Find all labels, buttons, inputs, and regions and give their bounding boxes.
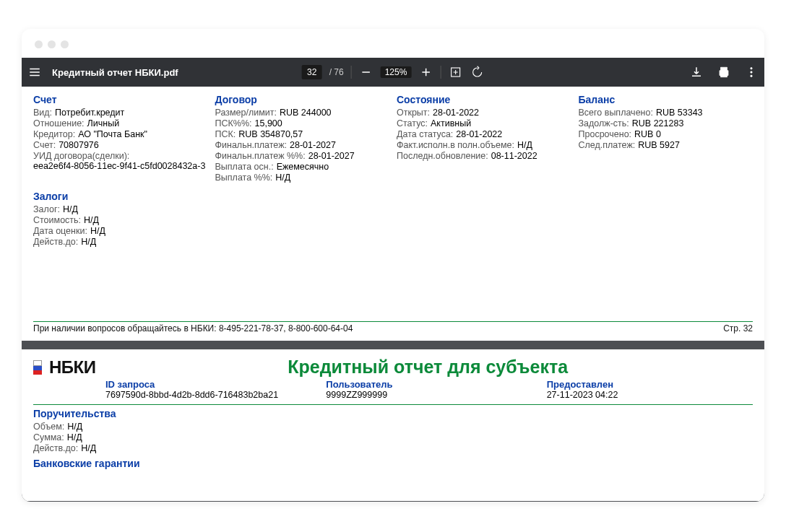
footer-page-number: Стр. 32 xyxy=(723,323,753,333)
field-value: RUB 0 xyxy=(634,129,661,139)
zoom-level[interactable]: 125% xyxy=(381,66,412,78)
pdf-viewport[interactable]: Счет Вид:Потребит.кредит Отношение:Личны… xyxy=(22,87,764,502)
window-control-maximize[interactable] xyxy=(61,40,69,48)
meta-label: Пользователь xyxy=(326,379,532,390)
field-label: УИД договора(сделки): xyxy=(33,151,129,161)
fit-page-icon[interactable] xyxy=(448,65,462,79)
divider xyxy=(33,404,753,405)
field-label: Отношение: xyxy=(33,118,85,128)
field-label: Счет: xyxy=(33,140,56,150)
field-label: Размер/лимит: xyxy=(215,108,277,118)
field-value: Потребит.кредит xyxy=(55,108,124,118)
browser-window: Кредитный отчет НБКИ.pdf / 76 125% xyxy=(22,29,764,502)
field-label: Вид: xyxy=(33,108,52,118)
field-label: ПСК: xyxy=(215,129,236,139)
section-title: Счет xyxy=(33,94,208,105)
field-value: Н/Д xyxy=(517,140,532,150)
field-value: 08-11-2022 xyxy=(491,151,537,161)
field-value: Н/Д xyxy=(67,422,82,432)
toolbar-separator xyxy=(351,66,352,79)
section-title: Договор xyxy=(215,94,390,105)
field-label: Финальн.платеж: xyxy=(215,140,288,150)
more-icon[interactable] xyxy=(744,65,759,79)
pdf-toolbar: Кредитный отчет НБКИ.pdf / 76 125% xyxy=(22,58,764,87)
print-icon[interactable] xyxy=(717,65,731,79)
section-account: Счет Вид:Потребит.кредит Отношение:Личны… xyxy=(33,94,208,183)
section-contract: Договор Размер/лимит:RUB 244000 ПСК%%:15… xyxy=(215,94,390,183)
pdf-page: НБКИ Кредитный отчет для субъекта ID зап… xyxy=(22,349,764,501)
field-label: Задолж-сть: xyxy=(579,118,629,128)
field-value: Н/Д xyxy=(63,204,78,214)
field-value: RUB 53343 xyxy=(656,108,703,118)
field-value: Н/Д xyxy=(67,432,82,442)
field-value: RUB 5927 xyxy=(638,140,680,150)
field-value: RUB 221283 xyxy=(632,118,684,128)
window-control-minimize[interactable] xyxy=(48,40,56,48)
window-control-close[interactable] xyxy=(35,40,43,48)
svg-point-2 xyxy=(751,71,752,73)
download-icon[interactable] xyxy=(689,65,704,79)
field-value: 28-01-2027 xyxy=(308,151,355,161)
page-total: / 76 xyxy=(329,67,344,77)
section-title: Состояние xyxy=(397,94,571,105)
field-label: Открыт: xyxy=(397,108,430,118)
field-label: Всего выплачено: xyxy=(579,108,653,118)
zoom-out-icon[interactable] xyxy=(359,65,373,79)
menu-icon[interactable] xyxy=(27,65,42,79)
svg-point-1 xyxy=(751,68,752,69)
nbki-logo-text: НБКИ xyxy=(49,357,95,378)
meta-label: Предоставлен xyxy=(547,379,753,390)
zoom-in-icon[interactable] xyxy=(418,65,433,79)
field-value: Н/Д xyxy=(84,215,99,225)
field-value: 15,900 xyxy=(255,118,282,128)
field-value: eea2e6f4-8056-11ec-9f41-c5fd0028432a-3 xyxy=(33,161,205,171)
field-label: Выплата осн.: xyxy=(215,162,274,172)
field-label: Залог: xyxy=(33,204,60,214)
section-guarantees: Поручительства Объем:Н/Д Сумма:Н/Д Дейст… xyxy=(33,408,753,453)
field-label: Дата статуса: xyxy=(397,129,453,139)
window-controls xyxy=(22,29,764,58)
field-value: Н/Д xyxy=(81,237,96,247)
section-state: Состояние Открыт:28-01-2022 Статус:Актив… xyxy=(397,94,571,183)
field-label: Сумма: xyxy=(33,432,64,442)
footer-contact: При наличии вопросов обращайтесь в НБКИ:… xyxy=(33,323,353,333)
nbki-logo-icon xyxy=(33,360,42,375)
field-label: Действ.до: xyxy=(33,443,78,453)
toolbar-separator xyxy=(440,66,441,79)
field-label: Факт.исполн.в полн.объеме: xyxy=(397,140,514,150)
field-value: 28-01-2027 xyxy=(290,140,336,150)
field-value: Активный xyxy=(431,118,471,128)
page-number-input[interactable] xyxy=(302,65,322,79)
field-label: Стоимость: xyxy=(33,215,81,225)
section-title: Банковские гарантии xyxy=(33,458,753,469)
field-value: Ежемесячно xyxy=(277,162,329,172)
divider xyxy=(33,321,753,322)
document-filename: Кредитный отчет НБКИ.pdf xyxy=(52,67,178,78)
field-label: Финальн.платеж %%: xyxy=(215,151,306,161)
page-gap xyxy=(22,341,764,349)
field-value: 70807976 xyxy=(59,140,99,150)
section-pledges: Залоги Залог:Н/Д Стоимость:Н/Д Дата оцен… xyxy=(33,191,207,247)
field-label: Выплата %%: xyxy=(215,173,273,183)
meta-value: 27-11-2023 04:22 xyxy=(547,390,753,400)
field-value: Н/Д xyxy=(275,173,290,183)
field-label: Статус: xyxy=(397,118,428,128)
field-label: Кредитор: xyxy=(33,129,75,139)
field-label: Просрочено: xyxy=(579,129,632,139)
field-label: След.платеж: xyxy=(579,140,636,150)
field-value: Личный xyxy=(87,118,120,128)
meta-value: 9999ZZ999999 xyxy=(326,390,532,400)
report-title: Кредитный отчет для субъекта xyxy=(103,357,753,378)
rotate-icon[interactable] xyxy=(470,65,484,79)
section-balance: Баланс Всего выплачено:RUB 53343 Задолж-… xyxy=(579,94,753,183)
field-label: Последн.обновление: xyxy=(397,151,488,161)
field-value: Н/Д xyxy=(81,443,96,453)
field-label: Дата оценки: xyxy=(33,226,87,236)
field-value: 28-01-2022 xyxy=(456,129,502,139)
field-value: 28-01-2022 xyxy=(433,108,479,118)
field-label: Действ.до: xyxy=(33,237,78,247)
field-value: Н/Д xyxy=(90,226,105,236)
field-value: RUB 354870,57 xyxy=(238,129,303,139)
section-title: Баланс xyxy=(579,94,753,105)
field-value: АО "Почта Банк" xyxy=(78,129,147,139)
